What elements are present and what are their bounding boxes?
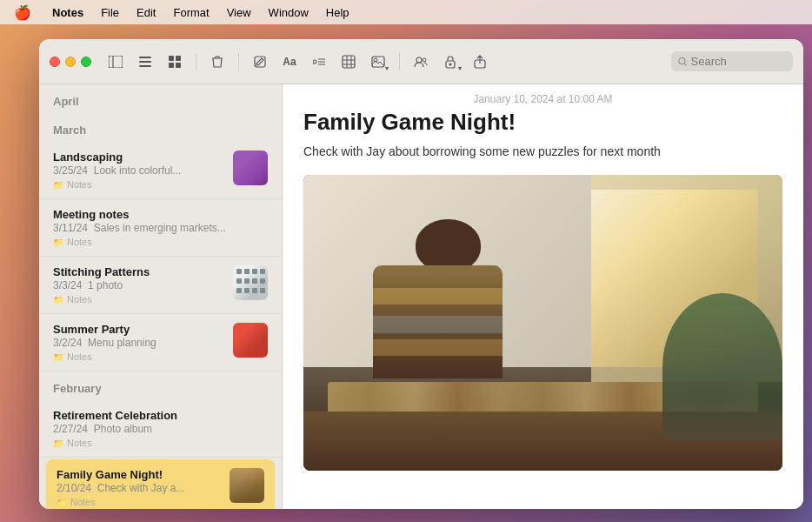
- note-content-title: Family Game Night!: [303, 109, 782, 136]
- checklist-icon: [313, 56, 325, 68]
- note-meta: 3/3/24 1 photo: [53, 279, 224, 291]
- note-item-summer-party[interactable]: Summer Party 3/2/24 Menu planning 📁 Note…: [39, 314, 282, 371]
- svg-point-10: [313, 60, 316, 64]
- sidebar-toggle-button[interactable]: [103, 50, 128, 74]
- section-header-march: March: [39, 113, 282, 142]
- separator-3: [399, 53, 400, 70]
- menu-bar: 🍎 Notes File Edit Format View Window Hel…: [0, 0, 812, 24]
- svg-rect-6: [176, 56, 181, 61]
- note-title: Meeting notes: [53, 208, 268, 221]
- search-box[interactable]: [671, 51, 793, 71]
- compose-button[interactable]: [248, 50, 272, 74]
- content: April March Landscaping 3/25/24 Look int…: [39, 84, 803, 509]
- table-icon: [342, 55, 356, 69]
- share-icon: [474, 55, 486, 69]
- list-icon: [139, 56, 151, 68]
- svg-rect-4: [139, 65, 151, 67]
- minimize-button[interactable]: [65, 57, 76, 67]
- note-title: Landscaping: [53, 151, 224, 164]
- notes-window: Aa ▾: [39, 39, 803, 509]
- note-item-retirement[interactable]: Retirement Celebration 2/27/24 Photo alb…: [39, 400, 282, 458]
- menu-format[interactable]: Format: [166, 4, 216, 21]
- collab-icon: [414, 56, 428, 68]
- note-item-meeting[interactable]: Meeting notes 3/11/24 Sales in emerging …: [39, 199, 282, 257]
- svg-point-22: [423, 58, 426, 62]
- note-editor: January 10, 2024 at 10:00 AM Family Game…: [283, 84, 803, 509]
- note-title: Summer Party: [53, 323, 224, 336]
- svg-rect-19: [372, 57, 384, 67]
- separator-1: [196, 53, 196, 70]
- note-folder: Notes: [67, 294, 92, 304]
- note-folder: Notes: [70, 497, 96, 507]
- svg-rect-5: [169, 56, 174, 61]
- note-thumbnail-party: [233, 323, 268, 358]
- svg-rect-14: [343, 56, 355, 68]
- share-button[interactable]: [468, 50, 492, 74]
- note-image: [303, 175, 782, 471]
- note-thumbnail-family: [230, 468, 264, 503]
- media-button[interactable]: ▾: [366, 50, 390, 74]
- note-item-stitching[interactable]: Stitching Patterns 3/3/24 1 photo 📁 Note…: [39, 257, 282, 314]
- note-thumbnail-landscaping: [233, 151, 268, 185]
- note-meta: 3/2/24 Menu planning: [53, 337, 224, 349]
- note-folder: Notes: [67, 179, 92, 190]
- media-icon: [371, 56, 385, 68]
- note-meta: 2/10/24 Check with Jay a...: [57, 482, 221, 494]
- note-title: Retirement Celebration: [53, 409, 268, 422]
- menu-notes[interactable]: Notes: [45, 4, 90, 21]
- svg-rect-3: [139, 61, 151, 63]
- separator-2: [238, 53, 239, 70]
- lock-button[interactable]: ▾: [438, 50, 463, 74]
- svg-line-27: [684, 63, 687, 65]
- search-input[interactable]: [691, 55, 786, 68]
- lock-icon: [444, 55, 456, 69]
- svg-point-24: [449, 63, 452, 65]
- svg-rect-0: [109, 56, 123, 68]
- note-meta: 2/27/24 Photo album: [53, 423, 268, 435]
- note-content-body: Check with Jay about borrowing some new …: [303, 143, 782, 161]
- compose-icon: [253, 55, 267, 69]
- svg-rect-8: [176, 63, 181, 68]
- search-icon: [678, 57, 688, 67]
- note-meta: 3/11/24 Sales in emerging markets...: [53, 222, 268, 234]
- menu-edit[interactable]: Edit: [130, 4, 163, 21]
- delete-button[interactable]: [205, 50, 230, 74]
- note-folder: Notes: [67, 237, 92, 247]
- section-header-april: April: [39, 84, 282, 113]
- svg-point-21: [416, 57, 422, 63]
- note-content[interactable]: Family Game Night! Check with Jay about …: [283, 109, 803, 509]
- trash-icon: [211, 55, 223, 69]
- toolbar: Aa ▾: [39, 39, 803, 84]
- note-item-family-game-night[interactable]: Family Game Night! 2/10/24 Check with Ja…: [46, 459, 275, 509]
- list-view-button[interactable]: [133, 50, 157, 74]
- note-meta: 3/25/24 Look into colorful...: [53, 164, 224, 177]
- note-date: January 10, 2024 at 10:00 AM: [283, 84, 803, 109]
- note-thumbnail-stitching: [233, 265, 268, 300]
- menu-view[interactable]: View: [220, 4, 258, 21]
- note-folder: Notes: [67, 438, 92, 448]
- menu-window[interactable]: Window: [262, 4, 316, 21]
- svg-rect-7: [169, 63, 174, 68]
- gallery-icon: [169, 56, 181, 68]
- close-button[interactable]: [50, 57, 60, 67]
- note-title: Stitching Patterns: [53, 265, 224, 278]
- svg-rect-2: [139, 57, 151, 58]
- menu-help[interactable]: Help: [319, 4, 356, 21]
- note-item-landscaping[interactable]: Landscaping 3/25/24 Look into colorful..…: [39, 142, 282, 199]
- sidebar: April March Landscaping 3/25/24 Look int…: [39, 84, 283, 509]
- note-folder: Notes: [67, 351, 92, 362]
- checklist-button[interactable]: [307, 50, 331, 74]
- traffic-lights: [50, 57, 91, 67]
- collaboration-button[interactable]: [409, 50, 433, 74]
- menu-file[interactable]: File: [94, 4, 126, 21]
- maximize-button[interactable]: [81, 57, 91, 67]
- text-format-button[interactable]: Aa: [277, 50, 302, 74]
- svg-point-26: [679, 57, 685, 64]
- gallery-view-button[interactable]: [163, 50, 187, 74]
- apple-menu[interactable]: 🍎: [7, 3, 38, 23]
- section-header-february: February: [39, 371, 282, 400]
- note-title: Family Game Night!: [57, 468, 221, 481]
- table-button[interactable]: [336, 50, 361, 74]
- sidebar-icon: [109, 56, 123, 68]
